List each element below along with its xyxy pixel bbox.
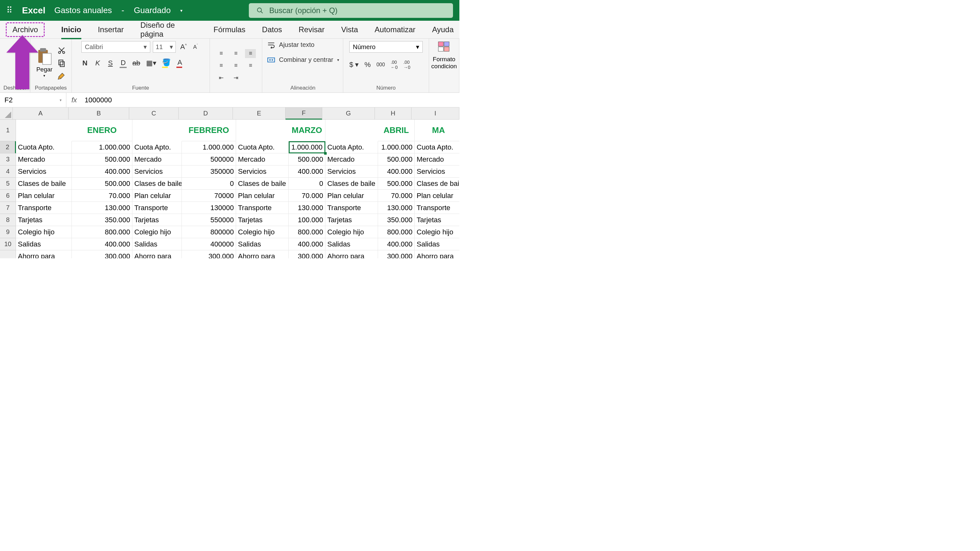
tab-file[interactable]: Archivo (6, 22, 45, 37)
align-middle-icon[interactable]: ≡ (230, 49, 241, 58)
cell-A2[interactable]: Cuota Apto. (16, 141, 72, 153)
row-header-7[interactable]: 7 (0, 202, 16, 214)
cell-B6[interactable]: 70.000 (72, 190, 132, 202)
cell-E7[interactable]: Transporte (236, 202, 289, 214)
row-header-10[interactable]: 10 (0, 238, 16, 250)
cell-H2[interactable]: 1.000.000 (378, 141, 415, 153)
cell-H11[interactable]: 300.000 (378, 250, 415, 258)
cell-B8[interactable]: 350.000 (72, 214, 132, 226)
cell-C9[interactable]: Colegio hijo (132, 226, 182, 238)
cell-I1[interactable]: MA (415, 119, 460, 141)
cell-C4[interactable]: Servicios (132, 165, 182, 178)
font-size-select[interactable]: 11▾ (153, 41, 176, 52)
conditional-format-icon[interactable] (438, 41, 450, 53)
cut-icon[interactable] (57, 46, 66, 54)
spreadsheet-grid[interactable]: ABCDEFGHI 12345678910 ENEROFEBREROMARZOA… (0, 108, 460, 258)
increase-indent-icon[interactable]: ⇥ (230, 73, 241, 82)
cell-H3[interactable]: 500.000 (378, 153, 415, 165)
cell-I10[interactable]: Salidas (415, 238, 460, 250)
cell-B3[interactable]: 500.000 (72, 153, 132, 165)
double-underline-button[interactable]: D (119, 59, 127, 68)
cell-H8[interactable]: 350.000 (378, 214, 415, 226)
cell-D5[interactable]: 0 (182, 178, 236, 190)
tab-view[interactable]: Vista (341, 23, 358, 37)
cell-F2[interactable]: 1.000.000 (289, 141, 325, 153)
cell-C3[interactable]: Mercado (132, 153, 182, 165)
cell-E10[interactable]: Salidas (236, 238, 289, 250)
cell-B10[interactable]: 400.000 (72, 238, 132, 250)
cell-E6[interactable]: Plan celular (236, 190, 289, 202)
tab-home[interactable]: Inicio (61, 23, 81, 37)
fill-handle[interactable] (324, 152, 327, 155)
cell-F3[interactable]: 500.000 (289, 153, 325, 165)
borders-button[interactable]: ▦▾ (146, 59, 156, 67)
cell-A4[interactable]: Servicios (16, 165, 72, 178)
column-header-D[interactable]: D (179, 108, 233, 119)
cell-G11[interactable]: Ahorro para (325, 250, 378, 258)
cell-C5[interactable]: Clases de baile (132, 178, 182, 190)
number-format-select[interactable]: Número▾ (349, 41, 423, 52)
comma-button[interactable]: 000 (376, 62, 385, 68)
cell-G10[interactable]: Salidas (325, 238, 378, 250)
cell-G2[interactable]: Cuota Apto. (325, 141, 378, 153)
underline-button[interactable]: S (107, 59, 114, 67)
column-header-A[interactable]: A (13, 108, 68, 119)
column-header-I[interactable]: I (412, 108, 460, 119)
decrease-font-icon[interactable]: Aˇ (191, 44, 200, 50)
cell-B1[interactable]: ENERO (72, 119, 132, 141)
document-title[interactable]: Gastos anuales - Guardado ▾ (54, 5, 183, 15)
tab-automate[interactable]: Automatizar (374, 23, 415, 37)
cell-F1[interactable]: MARZO (289, 119, 325, 141)
cell-H9[interactable]: 800.000 (378, 226, 415, 238)
row-header-3[interactable]: 3 (0, 153, 16, 165)
align-right-icon[interactable]: ≡ (245, 61, 256, 70)
cell-H6[interactable]: 70.000 (378, 190, 415, 202)
align-bottom-icon[interactable]: ≡ (245, 49, 256, 58)
cell-A7[interactable]: Transporte (16, 202, 72, 214)
cell-E5[interactable]: Clases de baile (236, 178, 289, 190)
cell-B9[interactable]: 800.000 (72, 226, 132, 238)
cell-E2[interactable]: Cuota Apto. (236, 141, 289, 153)
row-header-2[interactable]: 2 (0, 141, 16, 153)
percent-button[interactable]: % (364, 60, 371, 69)
cell-F5[interactable]: 0 (289, 178, 325, 190)
cell-C7[interactable]: Transporte (132, 202, 182, 214)
bold-button[interactable]: N (81, 59, 88, 67)
cell-I2[interactable]: Cuota Apto. (415, 141, 460, 153)
cell-E3[interactable]: Mercado (236, 153, 289, 165)
cell-I4[interactable]: Servicios (415, 165, 460, 178)
row-header-6[interactable]: 6 (0, 190, 16, 202)
cell-B2[interactable]: 1.000.000 (72, 141, 132, 153)
merge-center-button[interactable]: Combinar y centrar ▾ (267, 56, 339, 64)
row-header-8[interactable]: 8 (0, 214, 16, 226)
cell-E4[interactable]: Servicios (236, 165, 289, 178)
cell-E11[interactable]: Ahorro para (236, 250, 289, 258)
cell-B5[interactable]: 500.000 (72, 178, 132, 190)
cell-D9[interactable]: 800000 (182, 226, 236, 238)
cell-B4[interactable]: 400.000 (72, 165, 132, 178)
name-box[interactable]: F2▾ (0, 93, 66, 107)
app-launcher-icon[interactable]: ⠿ (6, 8, 13, 13)
tab-page-layout[interactable]: Diseño de página (140, 18, 197, 41)
cell-A3[interactable]: Mercado (16, 153, 72, 165)
wrap-text-button[interactable]: Ajustar texto (267, 41, 315, 48)
tab-insert[interactable]: Insertar (98, 23, 124, 37)
row-header-9[interactable]: 9 (0, 226, 16, 238)
column-header-B[interactable]: B (68, 108, 129, 119)
row-header-4[interactable]: 4 (0, 165, 16, 178)
cell-E8[interactable]: Tarjetas (236, 214, 289, 226)
tab-review[interactable]: Revisar (299, 23, 325, 37)
paste-button[interactable]: Pegar ▾ (36, 48, 53, 78)
cell-G8[interactable]: Tarjetas (325, 214, 378, 226)
font-name-select[interactable]: Calibri▾ (81, 41, 150, 52)
column-header-E[interactable]: E (233, 108, 285, 119)
cell-A11[interactable]: Ahorro para (16, 250, 72, 258)
formula-input[interactable]: 1000000 (82, 96, 460, 104)
cell-F6[interactable]: 70.000 (289, 190, 325, 202)
column-header-F[interactable]: F (285, 108, 322, 119)
cell-I8[interactable]: Tarjetas (415, 214, 460, 226)
row-header-5[interactable]: 5 (0, 178, 16, 190)
cell-C8[interactable]: Tarjetas (132, 214, 182, 226)
cell-A5[interactable]: Clases de baile (16, 178, 72, 190)
cell-F11[interactable]: 300.000 (289, 250, 325, 258)
